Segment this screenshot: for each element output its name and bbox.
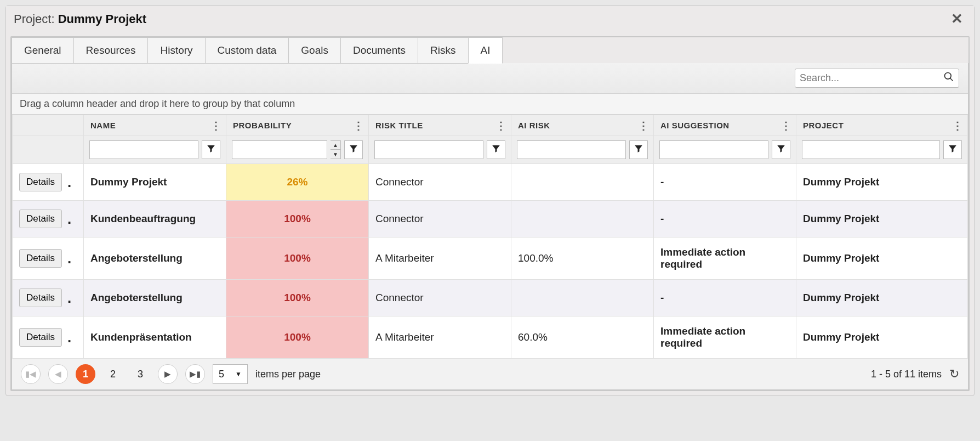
spinner-up-icon[interactable]: ▲	[331, 141, 340, 150]
cell-probability: 100%	[226, 238, 369, 280]
details-cell: Details.	[13, 280, 84, 316]
table-row: Details.Kundenbeauftragung100%Connector-…	[13, 201, 968, 238]
numeric-spinner[interactable]: ▲▼	[331, 140, 341, 159]
column-header[interactable]: PROJECT⋮	[796, 115, 968, 136]
column-header[interactable]: NAME⋮	[84, 115, 226, 136]
column-menu-icon[interactable]: ⋮	[353, 119, 364, 132]
column-label: PROBABILITY	[233, 121, 292, 130]
column-label: AI SUGGESTION	[660, 121, 730, 130]
cell-probability: 26%	[226, 164, 369, 201]
filter-input[interactable]	[232, 140, 327, 159]
cell-ai-suggestion: -	[654, 201, 796, 238]
header-row: NAME⋮PROBABILITY⋮RISK TITLE⋮AI RISK⋮AI S…	[13, 115, 968, 136]
filter-button[interactable]	[344, 140, 363, 159]
tab-ai[interactable]: AI	[468, 37, 503, 64]
pager-next-button[interactable]: ▶	[158, 364, 178, 384]
filter-button[interactable]	[772, 140, 790, 159]
cell-risk-title: A Mitarbeiter	[369, 316, 511, 359]
tab-general[interactable]: General	[12, 37, 74, 64]
filter-cell	[84, 136, 226, 164]
pager-prev-button[interactable]: ◀	[48, 364, 68, 384]
group-by-drop-zone[interactable]: Drag a column header and drop it here to…	[12, 94, 968, 115]
column-header[interactable]: AI RISK⋮	[511, 115, 654, 136]
search-icon	[943, 71, 954, 85]
cell-ai-suggestion: -	[654, 164, 796, 201]
page-size-value: 5	[219, 369, 224, 380]
details-cell: Details.	[13, 238, 84, 280]
filter-cell	[511, 136, 654, 164]
cell-ai-risk: 100.0%	[511, 238, 654, 280]
pager-last-icon: ▶▮	[190, 369, 201, 379]
column-header[interactable]: PROBABILITY⋮	[226, 115, 369, 136]
filter-button[interactable]	[629, 140, 648, 159]
cell-ai-risk: 60.0%	[511, 316, 654, 359]
table-row: Details.Angeboterstellung100%A Mitarbeit…	[13, 238, 968, 280]
page-size-select[interactable]: 5 ▼	[213, 364, 248, 384]
tab-goals[interactable]: Goals	[288, 37, 341, 64]
filter-button[interactable]	[943, 140, 962, 159]
refresh-button[interactable]: ↻	[949, 367, 959, 381]
cell-name: Angeboterstellung	[84, 238, 226, 280]
filter-button[interactable]	[202, 140, 220, 159]
pager-page-1[interactable]: 1	[76, 364, 95, 384]
cell-name: Kundenpräsentation	[84, 316, 226, 359]
tab-custom-data[interactable]: Custom data	[205, 37, 289, 64]
cell-name: Angeboterstellung	[84, 280, 226, 316]
filter-button[interactable]	[487, 140, 505, 159]
refresh-icon: ↻	[949, 367, 959, 381]
column-header[interactable]: AI SUGGESTION⋮	[654, 115, 796, 136]
column-menu-icon[interactable]: ⋮	[952, 119, 964, 132]
funnel-icon	[206, 144, 216, 156]
details-button[interactable]: Details	[19, 289, 62, 307]
column-menu-icon[interactable]: ⋮	[638, 119, 649, 132]
details-button[interactable]: Details	[19, 249, 62, 268]
column-label: AI RISK	[518, 121, 550, 130]
cell-project: Dummy Projekt	[796, 238, 968, 280]
tab-resources[interactable]: Resources	[73, 37, 149, 64]
pager: ▮◀ ◀ 123 ▶ ▶▮ 5 ▼ items per page 1 -	[12, 359, 968, 389]
close-button[interactable]: ✕	[948, 10, 966, 27]
cell-probability: 100%	[226, 316, 369, 359]
tab-risks[interactable]: Risks	[418, 37, 468, 64]
filter-cell	[654, 136, 796, 164]
column-menu-icon[interactable]: ⋮	[210, 119, 222, 132]
cell-risk-title: Connector	[369, 164, 511, 201]
details-cell: Details.	[13, 316, 84, 359]
funnel-icon	[491, 144, 501, 156]
filter-input[interactable]	[802, 140, 940, 159]
column-header[interactable]: RISK TITLE⋮	[369, 115, 511, 136]
risk-grid: NAME⋮PROBABILITY⋮RISK TITLE⋮AI RISK⋮AI S…	[12, 115, 968, 359]
filter-input[interactable]	[517, 140, 626, 159]
cell-risk-title: Connector	[369, 201, 511, 238]
filter-input[interactable]	[89, 140, 198, 159]
pager-page-2[interactable]: 2	[103, 364, 123, 384]
cell-name: Dummy Projekt	[84, 164, 226, 201]
column-header[interactable]	[13, 115, 84, 136]
cell-project: Dummy Projekt	[796, 201, 968, 238]
search-field[interactable]	[795, 69, 959, 88]
cell-ai-suggestion: Immediate action required	[654, 238, 796, 280]
details-button[interactable]: Details	[19, 173, 62, 191]
column-menu-icon[interactable]: ⋮	[780, 119, 792, 132]
details-button[interactable]: Details	[19, 210, 62, 228]
pager-next-icon: ▶	[164, 369, 171, 379]
pager-first-button[interactable]: ▮◀	[21, 364, 41, 384]
filter-cell	[796, 136, 968, 164]
close-icon: ✕	[951, 10, 963, 27]
pager-last-button[interactable]: ▶▮	[185, 364, 205, 384]
pager-first-icon: ▮◀	[25, 369, 36, 379]
details-button[interactable]: Details	[19, 328, 62, 347]
cell-ai-suggestion: Immediate action required	[654, 316, 796, 359]
panel-title: Project: Dummy Projekt	[14, 12, 146, 26]
pager-page-3[interactable]: 3	[130, 364, 150, 384]
details-cell: Details.	[13, 164, 84, 201]
spinner-down-icon[interactable]: ▼	[331, 150, 340, 159]
tab-history[interactable]: History	[147, 37, 205, 64]
tab-documents[interactable]: Documents	[340, 37, 418, 64]
panel-body: GeneralResourcesHistoryCustom dataGoalsD…	[10, 36, 970, 391]
search-input[interactable]	[800, 72, 943, 84]
pager-range: 1 - 5 of 11 items	[871, 369, 942, 380]
column-menu-icon[interactable]: ⋮	[495, 119, 507, 132]
filter-input[interactable]	[659, 140, 768, 159]
filter-input[interactable]	[374, 140, 483, 159]
